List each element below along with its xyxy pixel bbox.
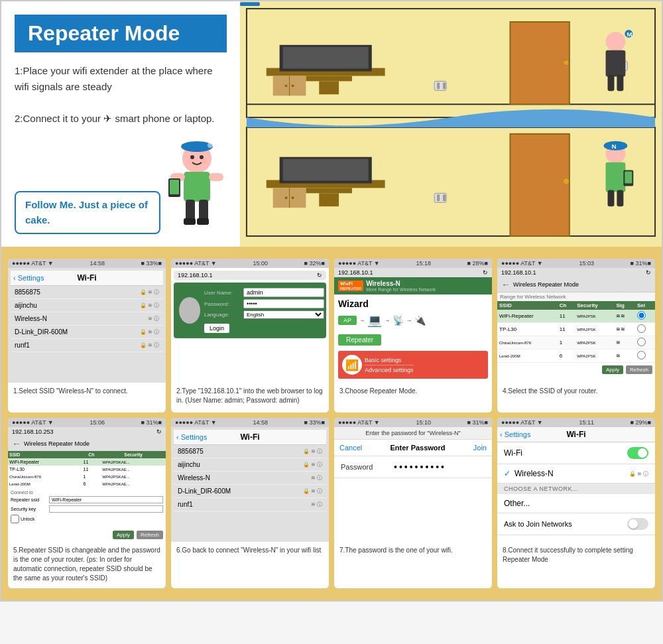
th-ch: Ch (82, 451, 101, 458)
select-cell[interactable] (635, 310, 655, 323)
step-desc-text-4: 4.Select the SSID of your router. (503, 387, 597, 395)
back-btn-1[interactable]: ‹ Settings (13, 274, 44, 282)
phone-header-1: ●●●●● AT&T ▼ 14:58 ■ 33%■ (8, 259, 166, 268)
computer-icon: 💻 (367, 313, 382, 328)
svg-text:N: N (611, 143, 616, 150)
wifi-icons: 🔒 ≋ ⓘ (140, 342, 159, 349)
language-select[interactable]: English (243, 310, 324, 319)
svg-rect-62 (617, 190, 623, 206)
wifi-item-wireless-n[interactable]: Wireless-N ≋ ⓘ (11, 312, 163, 326)
svg-rect-4 (184, 172, 210, 202)
join-label[interactable]: Join (473, 444, 487, 452)
select-cell[interactable] (635, 336, 655, 350)
security-key-input[interactable] (49, 505, 163, 513)
wifi-item-6-5[interactable]: runf1 ≋ ⓘ (174, 498, 326, 511)
basic-settings-link[interactable]: Basic settings (365, 357, 414, 365)
table-row[interactable]: ChinaUnicom-876 1 WPA2PSKAE... (8, 473, 166, 480)
table-row[interactable]: ChinaUnicom-876 1 WPA2PSK ≋ (497, 336, 655, 350)
wireless-n-selected-row[interactable]: ✓ Wireless-N 🔒 ≋ ⓘ (497, 464, 655, 483)
user-avatar (179, 297, 200, 324)
time-1: 14:58 (90, 260, 105, 267)
phone-header-3: ●●●●● AT&T ▼ 15:18 ■ 28%■ (334, 259, 492, 268)
wifi-item-8856875[interactable]: 8856875 🔒 ≋ ⓘ (11, 286, 163, 299)
th-select: Sel (635, 301, 655, 310)
repeater-mode-btn[interactable]: Repeater (338, 334, 381, 346)
wifi-item-aijinchu[interactable]: aijinchu 🔒 ≋ ⓘ (11, 299, 163, 312)
wifi-item-runf1[interactable]: runf1 🔒 ≋ ⓘ (11, 339, 163, 352)
pw-prompt: Enter the password for "Wireless-N" (334, 427, 492, 440)
carrier-8: ●●●●● AT&T ▼ (501, 419, 543, 426)
wifi-toggle[interactable] (627, 447, 648, 459)
url-text-2: 192.168.10.1 (178, 272, 213, 279)
refresh-3[interactable]: ↻ (483, 269, 488, 276)
select-cell[interactable] (635, 350, 655, 363)
phone-screen-5: ●●●●● AT&T ▼ 15:06 ■ 31%■ 192.168.10.253… (8, 418, 166, 542)
back-arrow-icon[interactable]: ← (501, 279, 511, 290)
top-section: Repeater Mode 1:Place your wifi extender… (1, 1, 662, 247)
wifi-nav-8: ‹ Settings Wi-Fi (497, 427, 655, 442)
password-input[interactable] (243, 299, 324, 308)
carrier-2: ●●●●● AT&T ▼ (175, 260, 217, 267)
table-row[interactable]: TP-L30 11 WPA2PSKAE... (8, 466, 166, 473)
apply-btn-5[interactable]: Apply (113, 531, 134, 539)
refresh-5[interactable]: ↻ (156, 428, 162, 435)
refresh-4[interactable]: ↻ (646, 269, 651, 276)
wave-separator (1, 247, 662, 252)
wifi-item-6-1[interactable]: 8856875 🔒 ≋ ⓘ (174, 445, 326, 458)
refresh-btn-5[interactable]: Refresh (137, 531, 163, 539)
rm-table-5: SSID Ch Security WiFi-Repeater 11 WPA2PS… (8, 451, 166, 487)
other-network-row[interactable]: Other... (497, 494, 655, 513)
ssid-cell: WiFi-Repeater (497, 310, 558, 323)
ssid-name: Wireless-N (178, 474, 210, 482)
wifi-item-6-4[interactable]: D-Link_DIR-600M 🔒 ≋ ⓘ (174, 485, 326, 498)
wifi-item-6-2[interactable]: aijinchu 🔒 ≋ ⓘ (174, 458, 326, 472)
svg-rect-40 (617, 74, 623, 91)
ssid-table: SSID Ch Security Sig Sel WiFi-Repeater 1… (497, 301, 655, 363)
wifi-icons: ≋ ⓘ (311, 501, 322, 508)
svg-point-14 (200, 155, 204, 159)
svg-point-36 (606, 32, 626, 52)
apply-button[interactable]: Apply (602, 365, 623, 374)
step-card-5: ●●●●● AT&T ▼ 15:06 ■ 31%■ 192.168.10.253… (8, 418, 166, 588)
table-row[interactable]: WiFi-Repeater 11 WPA2PSK ≋≋ (497, 310, 655, 323)
rm-connect-form: Connect to Repeater ssid Security key (8, 487, 166, 528)
password-field-label: Password (341, 463, 394, 471)
table-row[interactable]: WiFi-Repeater 11 WPA2PSKAE... (8, 458, 166, 466)
login-button[interactable]: Login (204, 324, 229, 333)
svg-rect-23 (306, 76, 352, 81)
ap-mode-btn[interactable]: AP (338, 316, 357, 325)
ch-cell: 11 (82, 466, 101, 473)
username-input[interactable] (243, 288, 324, 297)
main-container: Repeater Mode 1:Place your wifi extender… (0, 0, 663, 602)
table-row[interactable]: TP-L30 11 WPA2PSK ≋≋ (497, 323, 655, 336)
svg-rect-11 (184, 218, 196, 225)
table-row[interactable]: Lenid-200M 6 WPA2PSKAE... (8, 480, 166, 487)
wifi-item-6-3[interactable]: Wireless-N ≋ ⓘ (174, 472, 326, 485)
back-btn-8[interactable]: ‹ Settings (500, 430, 530, 438)
repeater-ssid-input[interactable] (49, 496, 163, 503)
battery-7: ■ 31%■ (467, 419, 488, 426)
svg-rect-22 (283, 47, 369, 69)
instructions: 1:Place your wifi extender at the place … (15, 63, 227, 127)
time-6: 14:58 (253, 419, 268, 426)
cancel-label[interactable]: Cancel (339, 444, 362, 452)
url-bar-2[interactable]: 192.168.10.1 ↻ (174, 271, 326, 280)
table-row[interactable]: Lenid-200M 6 WPA2PSK ≋ (497, 350, 655, 363)
wifi-icons: 🔒 ≋ ⓘ (303, 461, 322, 468)
back-icon-5[interactable]: ← (12, 438, 21, 449)
refresh-button[interactable]: Refresh (626, 365, 652, 374)
svg-rect-47 (306, 188, 352, 193)
select-cell[interactable] (635, 323, 655, 336)
login-screen: 192.168.10.1 ↻ (171, 268, 329, 383)
svg-rect-39 (608, 74, 615, 91)
sec-cell: WPA2PSKAE... (101, 473, 166, 480)
ask-join-toggle[interactable] (627, 518, 648, 530)
refresh-icon[interactable]: ↻ (317, 272, 322, 279)
back-btn-6[interactable]: ‹ Settings (176, 433, 207, 441)
battery-5: ■ 31%■ (141, 419, 162, 426)
unlock-row: Unlock (11, 515, 163, 523)
brand-sub: More Range for Wireless Network (366, 287, 436, 292)
wifi-item-dlink[interactable]: D-Link_DIR-600M 🔒 ≋ ⓘ (11, 326, 163, 339)
unlock-checkbox[interactable] (11, 515, 19, 523)
advanced-settings-link[interactable]: Advanced settings (365, 367, 414, 373)
